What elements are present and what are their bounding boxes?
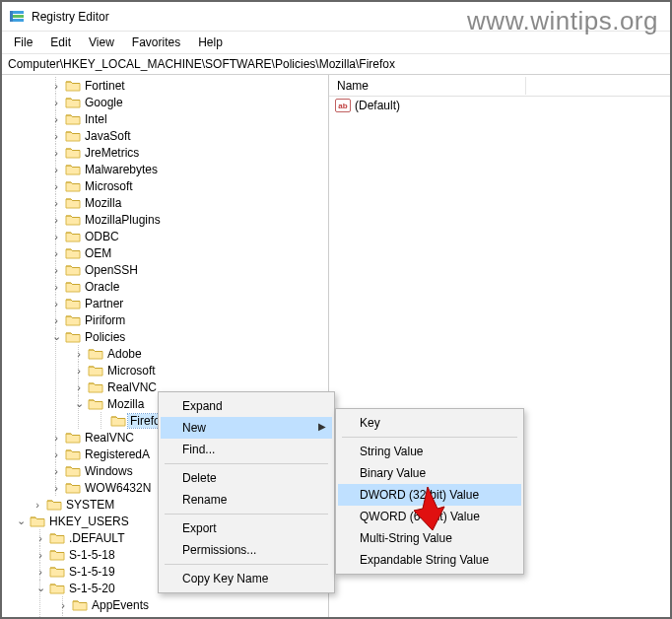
ctx-rename[interactable]: Rename: [161, 489, 332, 511]
tree-node-label: S-1-5-19: [67, 565, 117, 579]
menu-view[interactable]: View: [81, 34, 122, 51]
menu-help[interactable]: Help: [190, 34, 231, 51]
menu-favorites[interactable]: Favorites: [124, 34, 188, 51]
new-expandstring[interactable]: Expandable String Value: [338, 549, 521, 571]
expand-icon[interactable]: ›: [49, 231, 63, 242]
expand-icon[interactable]: ›: [72, 348, 86, 360]
tree-node[interactable]: › MozillaPlugins: [55, 211, 328, 228]
address-bar[interactable]: Computer\HKEY_LOCAL_MACHINE\SOFTWARE\Pol…: [2, 54, 670, 75]
expand-icon[interactable]: ›: [49, 97, 63, 108]
tree-node-label: AppEvents: [90, 598, 151, 612]
tree-node[interactable]: › OpenSSH: [55, 261, 328, 278]
expand-icon[interactable]: ›: [49, 482, 63, 494]
ctx-permissions[interactable]: Permissions...: [161, 539, 332, 561]
folder-icon: [65, 313, 81, 327]
new-dword[interactable]: DWORD (32-bit) Value: [338, 484, 521, 506]
ctx-expand[interactable]: Expand: [161, 395, 332, 417]
expand-icon[interactable]: ›: [34, 566, 47, 578]
tree-node-label: Partner: [83, 297, 125, 310]
collapse-icon[interactable]: ⌄: [49, 330, 63, 343]
tree-node-label: RealVNC: [105, 380, 159, 394]
new-qword[interactable]: QWORD (64-bit) Value: [338, 506, 521, 527]
tree-node[interactable]: › Malwarebytes: [55, 161, 328, 177]
folder-icon: [49, 582, 65, 595]
expand-icon[interactable]: ›: [49, 281, 63, 293]
expand-icon[interactable]: ›: [49, 130, 63, 142]
tree-node[interactable]: › ODBC: [55, 228, 328, 244]
tree-node[interactable]: › Intel: [55, 110, 328, 127]
expand-icon[interactable]: ›: [49, 432, 63, 444]
tree-node[interactable]: › Google: [55, 94, 328, 110]
expand-icon[interactable]: ›: [56, 599, 70, 611]
tree-node-label: S-1-5-20: [67, 582, 117, 595]
tree-node[interactable]: › AppEvents: [62, 596, 328, 613]
tree-node-label: WOW6432N: [83, 481, 153, 495]
tree-node[interactable]: › Mozilla: [55, 194, 328, 211]
expand-icon[interactable]: ›: [31, 499, 44, 511]
folder-icon: [49, 531, 65, 545]
tree-node-label: Oracle: [83, 280, 121, 294]
folder-icon: [65, 79, 81, 93]
tree-node[interactable]: › Partner: [55, 295, 328, 311]
new-binary[interactable]: Binary Value: [338, 462, 521, 484]
ctx-delete[interactable]: Delete: [161, 467, 332, 489]
new-key[interactable]: Key: [338, 412, 521, 434]
tree-node[interactable]: › Microsoft: [78, 362, 328, 378]
folder-icon: [46, 498, 62, 512]
ctx-copy-key-name[interactable]: Copy Key Name: [161, 568, 332, 589]
tree-node[interactable]: › Fortinet: [55, 77, 328, 94]
expand-icon[interactable]: ›: [49, 147, 63, 159]
expand-icon[interactable]: ›: [34, 549, 47, 561]
context-menu: Expand New ▶ Find... Delete Rename Expor…: [158, 391, 335, 593]
tree-node-label: Intel: [83, 112, 109, 126]
tree-node-label: OpenSSH: [83, 263, 140, 277]
tree-node[interactable]: › Console: [62, 613, 328, 617]
menu-file[interactable]: File: [6, 34, 40, 51]
tree-node[interactable]: › OEM: [55, 244, 328, 261]
tree-node-label: Microsoft: [105, 364, 158, 378]
separator: [165, 463, 328, 464]
folder-icon: [65, 246, 81, 260]
ctx-find[interactable]: Find...: [161, 439, 332, 460]
expand-icon[interactable]: ›: [34, 532, 47, 544]
folder-icon: [65, 129, 81, 143]
tree-node[interactable]: › Microsoft: [55, 177, 328, 194]
folder-icon: [49, 565, 65, 579]
ctx-new[interactable]: New ▶: [161, 417, 332, 439]
tree-node[interactable]: › JavaSoft: [55, 127, 328, 144]
folder-icon: [72, 615, 88, 618]
tree-node[interactable]: › Adobe: [78, 345, 328, 362]
title-bar: Registry Editor: [2, 2, 670, 32]
expand-icon[interactable]: ›: [49, 247, 63, 259]
tree-node[interactable]: › Oracle: [55, 278, 328, 295]
collapse-icon[interactable]: ⌄: [34, 582, 47, 594]
collapse-icon[interactable]: ⌄: [14, 515, 28, 527]
folder-icon: [65, 230, 81, 243]
expand-icon[interactable]: ›: [72, 365, 86, 377]
expand-icon[interactable]: ›: [49, 180, 63, 192]
list-item[interactable]: ab (Default): [329, 97, 670, 114]
tree-node-label: S-1-5-18: [67, 548, 117, 562]
tree-node[interactable]: › JreMetrics: [55, 144, 328, 161]
collapse-icon[interactable]: ⌄: [72, 397, 86, 410]
new-multistring[interactable]: Multi-String Value: [338, 527, 521, 549]
expand-icon[interactable]: ›: [49, 164, 63, 175]
tree-node-label: Console: [90, 615, 137, 618]
tree-node[interactable]: › Piriform: [55, 311, 328, 328]
ctx-export[interactable]: Export: [161, 517, 332, 539]
expand-icon[interactable]: ›: [72, 381, 86, 393]
column-name[interactable]: Name: [329, 77, 526, 95]
expand-icon[interactable]: ›: [49, 314, 63, 326]
menu-edit[interactable]: Edit: [42, 34, 79, 51]
expand-icon[interactable]: ›: [49, 80, 63, 92]
expand-icon[interactable]: ›: [49, 214, 63, 226]
expand-icon[interactable]: ›: [49, 448, 63, 460]
folder-icon: [72, 598, 88, 612]
expand-icon[interactable]: ›: [49, 298, 63, 310]
expand-icon[interactable]: ›: [49, 197, 63, 209]
new-string[interactable]: String Value: [338, 441, 521, 462]
expand-icon[interactable]: ›: [49, 113, 63, 125]
expand-icon[interactable]: ›: [56, 616, 70, 618]
expand-icon[interactable]: ›: [49, 264, 63, 276]
expand-icon[interactable]: ›: [49, 465, 63, 477]
